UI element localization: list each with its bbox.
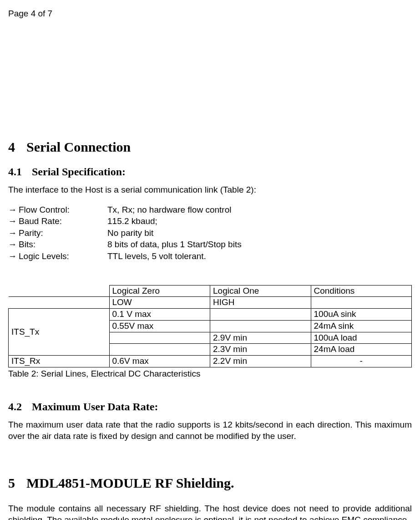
spec-value: TTL levels, 5 volt tolerant.	[107, 250, 412, 262]
table-cell: 24mA load	[311, 344, 412, 356]
spec-value: 8 bits of data, plus 1 Start/Stop bits	[107, 239, 412, 250]
section-5-number: 5	[8, 474, 15, 492]
table-cell: 100uA sink	[311, 309, 412, 321]
spec-label: Flow Control:	[19, 204, 107, 216]
table-cell: 100uA load	[311, 332, 412, 344]
arrow-icon: →	[8, 215, 17, 227]
table-cell	[210, 309, 311, 321]
spec-label: Baud Rate:	[19, 215, 107, 227]
spec-row: → Flow Control: Tx, Rx; no hardware flow…	[8, 204, 412, 216]
section-4-number: 4	[8, 138, 15, 156]
spec-value: 115.2 kbaud;	[107, 215, 412, 227]
table-cell: 0.6V max	[109, 355, 210, 367]
table-cell	[210, 320, 311, 332]
table-cell	[9, 285, 110, 297]
spec-label: Logic Levels:	[19, 250, 107, 262]
table-cell: HIGH	[210, 297, 311, 309]
spec-row: → Baud Rate: 115.2 kbaud;	[8, 215, 412, 227]
section-41-heading: 4.1Serial Specification:	[8, 165, 412, 179]
page-number: Page 4 of 7	[8, 8, 412, 20]
serial-spec-list: → Flow Control: Tx, Rx; no hardware flow…	[8, 204, 412, 262]
table-cell: -	[311, 355, 412, 367]
section-42-title: Maximum User Data Rate:	[32, 401, 158, 413]
section-5-title: MDL4851-MODULE RF Shielding.	[26, 475, 234, 490]
table-row: LOW HIGH	[9, 297, 412, 309]
section-5-body: The module contains all necessary RF shi…	[8, 503, 412, 520]
spec-row: → Parity: No parity bit	[8, 227, 412, 239]
spec-row: → Logic Levels: TTL levels, 5 volt toler…	[8, 250, 412, 262]
table-cell: ITS_Rx	[9, 355, 110, 367]
section-4-title: Serial Connection	[26, 139, 131, 154]
section-42-number: 4.2	[8, 400, 22, 414]
spec-value: No parity bit	[107, 227, 412, 239]
section-41-title: Serial Specification:	[32, 166, 126, 178]
table-row: ITS_Rx 0.6V max 2.2V min -	[9, 355, 412, 367]
table-cell: 2.3V min	[210, 344, 311, 356]
table-cell: 0.55V max	[109, 320, 210, 332]
table-cell	[9, 297, 110, 309]
spec-row: → Bits: 8 bits of data, plus 1 Start/Sto…	[8, 239, 412, 250]
spec-value: Tx, Rx; no hardware flow control	[107, 204, 412, 216]
table-cell: 24mA sink	[311, 320, 412, 332]
spec-label: Parity:	[19, 227, 107, 239]
section-42-heading: 4.2Maximum User Data Rate:	[8, 400, 412, 414]
table-cell: Logical Zero	[109, 285, 210, 297]
table-row: ITS_Tx 0.1 V max 100uA sink	[9, 309, 412, 321]
section-4-heading: 4Serial Connection	[8, 138, 412, 156]
section-5-heading: 5MDL4851-MODULE RF Shielding.	[8, 474, 412, 492]
arrow-icon: →	[8, 227, 17, 239]
section-41-number: 4.1	[8, 165, 22, 179]
table-cell: Logical One	[210, 285, 311, 297]
table-cell: Conditions	[311, 285, 412, 297]
table-cell: ITS_Tx	[9, 309, 110, 356]
table-cell	[109, 344, 210, 356]
table-cell: 2.2V min	[210, 355, 311, 367]
table-cell	[109, 332, 210, 344]
section-42-body: The maximum user data rate that the radi…	[8, 419, 412, 442]
arrow-icon: →	[8, 250, 17, 262]
table-row: Logical Zero Logical One Conditions	[9, 285, 412, 297]
table-cell: 2.9V min	[210, 332, 311, 344]
table-cell: 0.1 V max	[109, 309, 210, 321]
arrow-icon: →	[8, 239, 17, 250]
serial-spec-table: Logical Zero Logical One Conditions LOW …	[8, 285, 412, 367]
section-41-intro: The interface to the Host is a serial co…	[8, 184, 412, 196]
table-caption: Table 2: Serial Lines, Electrical DC Cha…	[8, 368, 412, 380]
arrow-icon: →	[8, 204, 17, 216]
table-cell	[311, 297, 412, 309]
spec-label: Bits:	[19, 239, 107, 250]
table-cell: LOW	[109, 297, 210, 309]
